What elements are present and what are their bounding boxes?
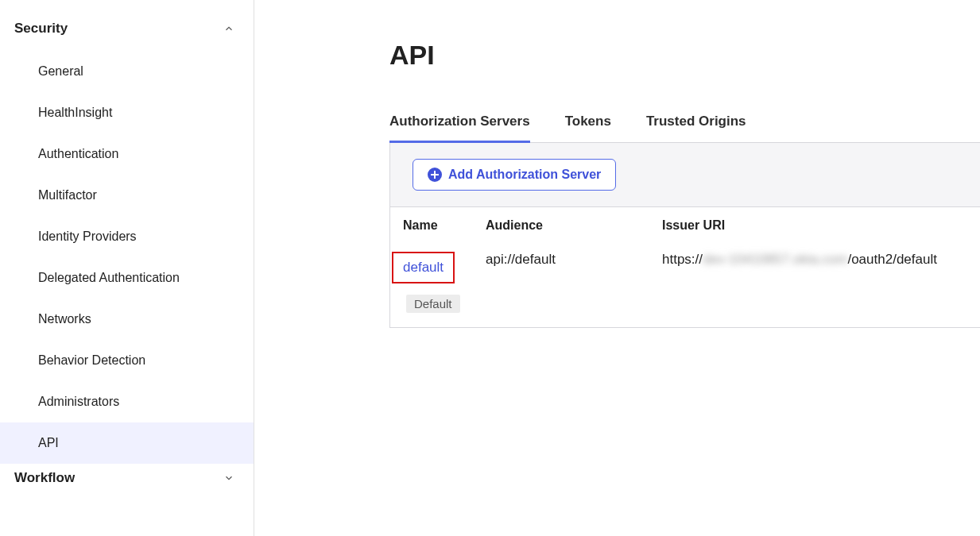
sidebar-items: General HealthInsight Authentication Mul…: [0, 43, 254, 464]
tab-tokens[interactable]: Tokens: [565, 102, 611, 143]
sidebar-item-networks[interactable]: Networks: [0, 299, 254, 340]
cell-name: default Default: [403, 252, 486, 313]
plus-circle-icon: [428, 168, 442, 182]
default-badge: Default: [406, 295, 460, 313]
page-title: API: [389, 40, 980, 71]
add-button-label: Add Authorization Server: [448, 168, 601, 182]
tab-authorization-servers[interactable]: Authorization Servers: [389, 102, 530, 143]
highlight-annotation: default: [392, 252, 455, 283]
issuer-obscured: dev-10410857.okta.com: [703, 252, 847, 267]
sidebar-section-workflow[interactable]: Workflow: [0, 464, 254, 492]
sidebar-item-general[interactable]: General: [0, 51, 254, 92]
sidebar-item-behavior-detection[interactable]: Behavior Detection: [0, 340, 254, 381]
table-row: default Default api://default https://de…: [390, 244, 980, 327]
sidebar-section-label: Workflow: [14, 470, 75, 486]
sidebar-item-administrators[interactable]: Administrators: [0, 381, 254, 422]
th-issuer: Issuer URI: [662, 218, 967, 233]
tab-trusted-origins[interactable]: Trusted Origins: [646, 102, 746, 143]
sidebar: Security General HealthInsight Authentic…: [0, 0, 254, 536]
main-content: API Authorization Servers Tokens Trusted…: [254, 0, 980, 536]
sidebar-item-multifactor[interactable]: Multifactor: [0, 175, 254, 216]
chevron-down-icon: [223, 472, 234, 484]
th-audience: Audience: [486, 218, 662, 233]
toolbar: Add Authorization Server: [389, 143, 980, 207]
table-header: Name Audience Issuer URI: [390, 207, 980, 244]
add-authorization-server-button[interactable]: Add Authorization Server: [413, 159, 616, 191]
issuer-suffix: /oauth2/default: [847, 252, 936, 267]
sidebar-section-label: Security: [14, 21, 68, 37]
sidebar-item-delegated-authentication[interactable]: Delegated Authentication: [0, 257, 254, 299]
authorization-server-link[interactable]: default: [403, 260, 444, 275]
chevron-up-icon: [223, 23, 234, 34]
th-name: Name: [403, 218, 486, 233]
sidebar-item-healthinsight[interactable]: HealthInsight: [0, 92, 254, 133]
cell-issuer: https://dev-10410857.okta.com/oauth2/def…: [662, 252, 967, 268]
cell-audience: api://default: [486, 252, 662, 268]
sidebar-section-security[interactable]: Security: [0, 14, 254, 43]
sidebar-item-identity-providers[interactable]: Identity Providers: [0, 216, 254, 257]
authorization-servers-table: Name Audience Issuer URI default Default…: [389, 207, 980, 328]
sidebar-item-api[interactable]: API: [0, 422, 254, 464]
tabs: Authorization Servers Tokens Trusted Ori…: [389, 102, 980, 143]
sidebar-item-authentication[interactable]: Authentication: [0, 133, 254, 175]
issuer-prefix: https://: [662, 252, 703, 267]
